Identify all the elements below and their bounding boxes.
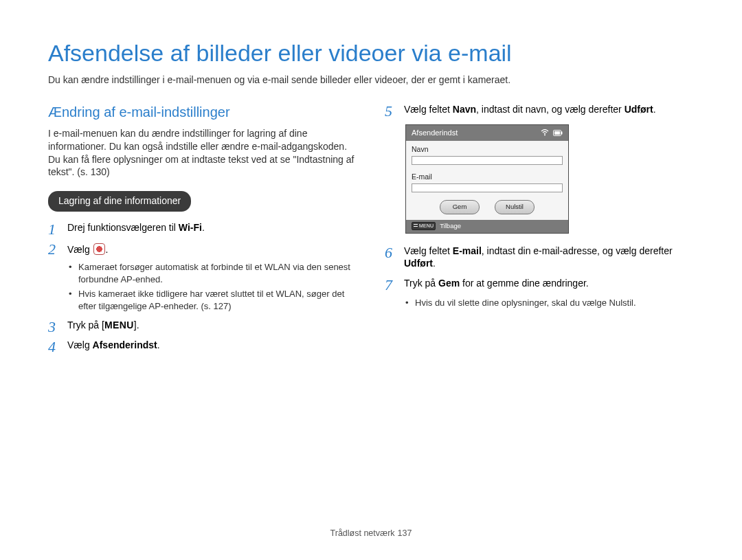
- section-title: Ændring af e-mail-indstillinger: [48, 103, 357, 122]
- bold-term: Udført: [404, 258, 433, 269]
- step-body: Drej funktionsvælgeren til Wi-Fi.: [67, 221, 357, 237]
- camera-footer: MENU Tilbage: [406, 220, 568, 233]
- step-text-post: for at gemme dine ændringer.: [460, 278, 589, 289]
- svg-point-0: [544, 135, 546, 136]
- camera-reset-button[interactable]: Nulstil: [495, 200, 535, 214]
- step-text-post: .: [433, 258, 436, 269]
- step-text: Drej funktionsvælgeren til: [67, 222, 179, 233]
- right-column: 5 Vælg feltet Navn, indtast dit navn, og…: [385, 103, 694, 359]
- step-text-post: .: [106, 244, 109, 255]
- step-number: 3: [48, 319, 60, 335]
- camera-field-email-input[interactable]: [412, 183, 563, 192]
- camera-field-email-label: E-mail: [406, 168, 568, 182]
- bold-term: Navn: [453, 104, 476, 115]
- battery-icon: [553, 130, 563, 136]
- step-2: 2 Vælg .: [48, 241, 357, 257]
- left-column: Ændring af e-mail-indstillinger I e-mail…: [48, 103, 357, 359]
- bullet-item: Hvis du vil slette dine oplysninger, ska…: [405, 297, 694, 309]
- step-text: Vælg: [67, 244, 93, 255]
- step-7-bullets: Hvis du vil slette dine oplysninger, ska…: [405, 297, 694, 309]
- menu-button-label: MENU: [104, 320, 134, 331]
- menu-chip-icon: MENU: [412, 222, 436, 229]
- bullet-text-post: .: [633, 298, 636, 308]
- step-text-post: .: [653, 104, 656, 115]
- bullet-item: Kameraet forsøger automatisk at forbinde…: [69, 261, 357, 285]
- step-text-post: ].: [134, 320, 139, 331]
- page-footer: Trådløst netværk137: [0, 528, 742, 539]
- bold-term: Afsenderindst: [93, 339, 157, 350]
- step-text-mid: , indtast din e-mail-adresse, og vælg de…: [482, 245, 673, 256]
- svg-rect-3: [554, 131, 560, 135]
- two-column-layout: Ændring af e-mail-indstillinger I e-mail…: [48, 103, 694, 359]
- camera-field-name-label: Navn: [406, 141, 568, 155]
- bold-term: Udført: [625, 104, 653, 115]
- step-text-post: .: [202, 222, 205, 233]
- step-7: 7 Tryk på Gem for at gemme dine ændringe…: [385, 277, 694, 293]
- camera-titlebar: Afsenderindst: [406, 125, 568, 141]
- step-text: Tryk på [: [67, 320, 104, 331]
- step-5: 5 Vælg feltet Navn, indtast dit navn, og…: [385, 103, 694, 119]
- step-body: Tryk på Gem for at gemme dine ændringer.: [404, 277, 694, 293]
- bold-term: E-mail: [453, 245, 482, 256]
- svg-rect-2: [561, 131, 563, 134]
- step-body: Vælg Afsenderindst.: [67, 339, 357, 355]
- step-number: 4: [48, 339, 60, 355]
- step-text: Vælg feltet: [404, 245, 453, 256]
- menu-chip-text: MENU: [419, 223, 434, 229]
- camera-buttons-row: Gem Nulstil: [406, 196, 568, 220]
- step-body: Tryk på [MENU].: [67, 319, 357, 335]
- page-intro: Du kan ændre indstillinger i e-mail-menu…: [48, 74, 694, 87]
- step-body: Vælg feltet E-mail, indtast din e-mail-a…: [404, 245, 694, 271]
- camera-status-icons: [541, 129, 563, 136]
- bold-term: Nulstil: [609, 298, 633, 308]
- step-text: Tryk på: [404, 278, 438, 289]
- email-app-icon: [93, 243, 105, 255]
- footer-page-number: 137: [398, 528, 412, 538]
- camera-field-name-input[interactable]: [412, 156, 563, 165]
- step-6: 6 Vælg feltet E-mail, indtast din e-mail…: [385, 245, 694, 271]
- page-title: Afsendelse af billeder eller videoer via…: [48, 38, 694, 69]
- bold-term: Gem: [438, 278, 460, 289]
- step-text: Vælg feltet: [404, 104, 453, 115]
- step-number: 7: [385, 277, 397, 293]
- step-body: Vælg feltet Navn, indtast dit navn, og v…: [404, 103, 694, 119]
- wifi-label: Wi-Fi: [179, 222, 202, 233]
- step-3: 3 Tryk på [MENU].: [48, 319, 357, 335]
- wifi-icon: [541, 129, 549, 136]
- camera-back-label: Tilbage: [440, 222, 461, 231]
- step-1: 1 Drej funktionsvælgeren til Wi-Fi.: [48, 221, 357, 237]
- camera-save-button[interactable]: Gem: [440, 200, 480, 214]
- info-pill: Lagring af dine informationer: [48, 191, 191, 212]
- step-number: 1: [48, 221, 60, 237]
- bullet-item: Hvis kameraet ikke tidligere har været s…: [69, 288, 357, 312]
- footer-section: Trådløst netværk: [330, 528, 395, 538]
- step-number: 5: [385, 103, 397, 119]
- step-4: 4 Vælg Afsenderindst.: [48, 339, 357, 355]
- bullet-text: Hvis du vil slette dine oplysninger, ska…: [415, 298, 609, 308]
- step-text-post: .: [157, 339, 160, 350]
- section-description: I e-mail-menuen kan du ændre indstilling…: [48, 127, 357, 179]
- step-number: 6: [385, 245, 397, 271]
- step-text: Vælg: [67, 339, 93, 350]
- camera-title: Afsenderindst: [412, 128, 458, 138]
- step-number: 2: [48, 241, 60, 257]
- step-2-bullets: Kameraet forsøger automatisk at forbinde…: [69, 261, 357, 312]
- step-text-mid: , indtast dit navn, og vælg derefter: [476, 104, 625, 115]
- camera-screen-mock: Afsenderindst Navn E-mail Gem Nulstil: [405, 124, 569, 234]
- step-body: Vælg .: [67, 241, 357, 257]
